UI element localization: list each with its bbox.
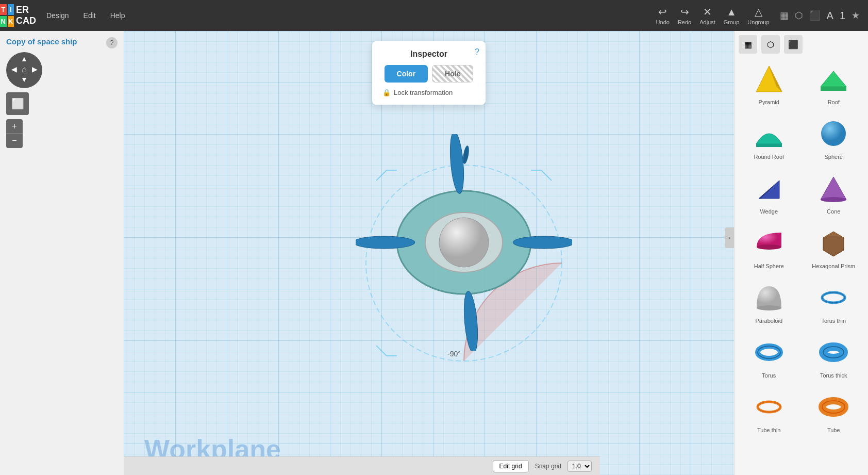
shape-paraboloid[interactable]: Paraboloid: [739, 276, 799, 327]
shapes-3d-icon[interactable]: ⬡: [761, 35, 780, 54]
shapes-box-icon[interactable]: ⬛: [784, 35, 803, 54]
inspector-panel: Inspector ? Color Hole 🔒 Lock transforma…: [372, 41, 486, 105]
svg-point-31: [822, 292, 845, 303]
shape-wedge-label: Wedge: [760, 208, 778, 215]
shape-sphere[interactable]: Sphere: [804, 112, 864, 163]
adjust-label: Adjust: [699, 19, 715, 25]
shape-half-sphere-label: Half Sphere: [754, 263, 784, 269]
logo-t: T: [0, 4, 7, 15]
ungroup-button[interactable]: △ Ungroup: [747, 6, 769, 25]
logo-n: N: [0, 16, 7, 27]
redo-icon: ↪: [680, 6, 689, 18]
redo-button[interactable]: ↪ Redo: [678, 6, 691, 25]
canvas-area[interactable]: Inspector ? Color Hole 🔒 Lock transforma…: [124, 31, 734, 475]
svg-marker-24: [821, 177, 846, 200]
menu-help[interactable]: Help: [104, 8, 131, 23]
group-label: Group: [724, 19, 740, 25]
undo-icon: ↩: [658, 6, 667, 18]
shape-cone-label: Cone: [827, 208, 840, 215]
shape-torus-label: Torus: [762, 372, 776, 379]
svg-point-25: [821, 197, 846, 202]
shape-round-roof-label: Round Roof: [754, 154, 784, 160]
ungroup-icon: △: [755, 6, 762, 18]
shape-torus-thin-label: Torus thin: [821, 318, 846, 324]
shape-torus-thick-label: Torus thick: [820, 372, 847, 379]
shape-torus-thin[interactable]: Torus thin: [804, 276, 864, 327]
panel-collapse[interactable]: ›: [725, 227, 734, 248]
menu-bar: Design Edit Help: [40, 8, 131, 23]
star-icon[interactable]: ★: [852, 10, 860, 21]
topbar: T I N K ERCAD Design Edit Help ↩ Undo ↪ …: [0, 0, 868, 31]
inspector-title: Inspector: [382, 50, 475, 59]
inspector-help[interactable]: ?: [475, 47, 479, 57]
svg-point-15: [462, 145, 470, 164]
shape-torus[interactable]: Torus: [739, 331, 799, 382]
shape-roof-label: Roof: [828, 99, 840, 105]
svg-point-11: [448, 134, 465, 194]
edit-grid-button[interactable]: Edit grid: [493, 460, 529, 472]
svg-point-37: [758, 402, 780, 412]
shape-cone[interactable]: Cone: [804, 167, 864, 218]
text-icon[interactable]: A: [827, 10, 833, 22]
group-button[interactable]: ▲ Group: [724, 6, 740, 25]
shape-tube[interactable]: Tube: [804, 386, 864, 436]
lock-icon: 🔒: [382, 89, 391, 96]
view-cube-button[interactable]: ⬜: [6, 92, 29, 115]
shape-roof[interactable]: Roof: [804, 58, 864, 108]
svg-point-13: [356, 236, 415, 249]
shape-round-roof[interactable]: Round Roof: [739, 112, 799, 163]
nav-down[interactable]: ▼: [19, 75, 29, 86]
logo[interactable]: T I N K ERCAD: [0, 0, 36, 31]
color-button[interactable]: Color: [385, 65, 428, 83]
adjust-button[interactable]: ✕ Adjust: [699, 6, 715, 25]
shape-tube-label: Tube: [827, 427, 840, 433]
shape-hex-prism[interactable]: Hexagonal Prism: [804, 222, 864, 272]
left-panel: Copy of space ship ? ▲ ◀ ⌂ ▶ ▼ ⬜ + −: [0, 31, 124, 475]
svg-point-14: [513, 236, 572, 249]
menu-edit[interactable]: Edit: [77, 8, 102, 23]
grid-icon[interactable]: ▦: [780, 10, 789, 21]
svg-rect-20: [756, 144, 782, 147]
redo-label: Redo: [678, 19, 691, 25]
shapes-grid-icon[interactable]: ▦: [739, 35, 757, 54]
nav-left[interactable]: ◀: [9, 65, 19, 75]
bottom-bar: Edit grid Snap grid 1.0 0.5 2.0: [124, 456, 600, 475]
shape-tube-thin[interactable]: Tube thin: [739, 386, 799, 436]
hole-button[interactable]: Hole: [432, 65, 473, 83]
shape-half-sphere[interactable]: Half Sphere: [739, 222, 799, 272]
menu-design[interactable]: Design: [40, 8, 75, 23]
logo-text: ERCAD: [16, 5, 36, 26]
lock-label: Lock transformation: [394, 89, 453, 96]
spaceship-svg: [356, 134, 572, 351]
svg-point-8: [397, 191, 531, 294]
nav-up[interactable]: ▲: [19, 55, 29, 65]
svg-marker-18: [821, 71, 846, 87]
adjust-icon: ✕: [703, 6, 712, 18]
shape-wedge[interactable]: Wedge: [739, 167, 799, 218]
svg-point-10: [439, 218, 489, 267]
svg-point-29: [757, 305, 781, 310]
shapes-grid: Pyramid Roof: [739, 58, 864, 436]
right-panel-icons: ▦ ⬡ ⬛ A 1 ★: [780, 10, 860, 22]
lock-transform[interactable]: 🔒 Lock transformation: [382, 89, 475, 96]
undo-button[interactable]: ↩ Undo: [656, 6, 670, 25]
nav-home[interactable]: ⌂: [19, 65, 29, 75]
undo-label: Undo: [656, 19, 670, 25]
zoom-out-button[interactable]: −: [6, 134, 23, 148]
help-button[interactable]: ?: [106, 37, 118, 48]
svg-point-12: [462, 291, 479, 351]
number-icon[interactable]: 1: [840, 10, 845, 22]
nav-circle[interactable]: ▲ ◀ ⌂ ▶ ▼: [6, 52, 42, 88]
box-icon[interactable]: ⬛: [809, 10, 821, 21]
svg-point-0: [366, 165, 562, 361]
nav-right[interactable]: ▶: [29, 65, 40, 75]
shape-pyramid[interactable]: Pyramid: [739, 58, 799, 108]
shape-paraboloid-label: Paraboloid: [755, 318, 782, 324]
svg-point-26: [757, 244, 781, 250]
nav-controls: ▲ ◀ ⌂ ▶ ▼ ⬜ + −: [6, 52, 118, 148]
ungroup-label: Ungroup: [747, 19, 769, 25]
zoom-in-button[interactable]: +: [6, 119, 23, 134]
cube-icon[interactable]: ⬡: [795, 10, 803, 21]
shape-torus-thick[interactable]: Torus thick: [804, 331, 864, 382]
snap-grid-select[interactable]: 1.0 0.5 2.0: [567, 461, 592, 472]
